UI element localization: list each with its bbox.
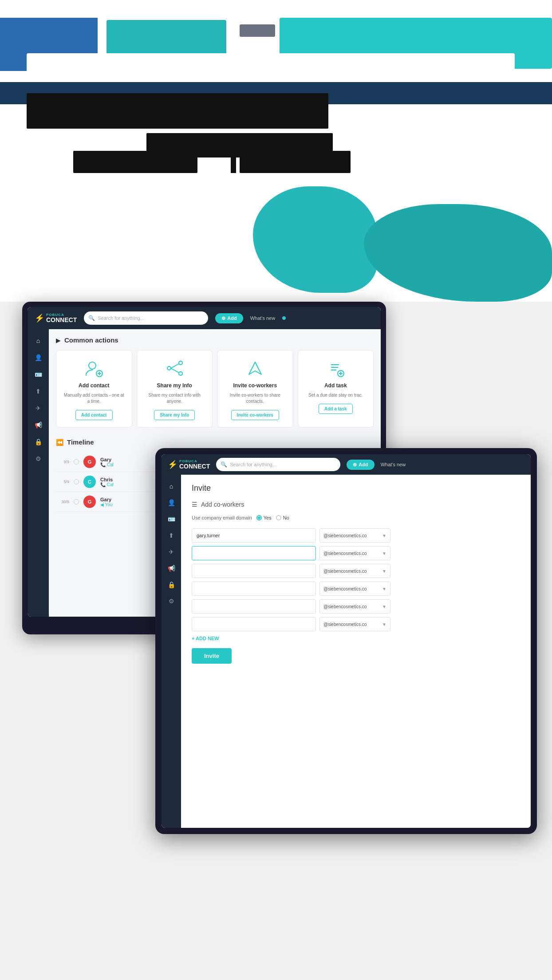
deco-black-bar2 (240, 151, 351, 173)
tablet-logo-connect: CONNECT (179, 463, 210, 469)
domain-value-4: @siebencosmetics.co (323, 586, 367, 591)
email-input-5[interactable] (192, 599, 316, 614)
sidebar-item-contacts[interactable]: 👤 (31, 350, 45, 365)
deco-black-bar1 (73, 151, 197, 173)
sidebar-item-upload[interactable]: ⬆ (31, 384, 45, 398)
device-section: ⚡ POBUCA CONNECT 🔍 Search for anything..… (0, 302, 552, 980)
svg-point-5 (179, 372, 182, 375)
domain-value-6: @siebencosmetics.co (323, 622, 367, 627)
search-bar[interactable]: 🔍 Search for anything... (84, 311, 208, 325)
add-contact-desc: Manually add contacts - one at a time. (63, 392, 126, 405)
tablet-sidebar-card[interactable]: 🪪 (164, 512, 178, 526)
rewind-icon: ⏪ (56, 439, 63, 446)
add-task-card: Add task Set a due date stay on trac. Ad… (298, 350, 374, 428)
chevron-down-icon-4: ▼ (382, 586, 386, 591)
tablet-sidebar-contacts[interactable]: 👤 (164, 496, 178, 510)
domain-value-3: @siebencosmetics.co (323, 569, 367, 574)
tablet-sidebar-upload[interactable]: ⬆ (164, 528, 178, 543)
svg-point-4 (179, 361, 182, 365)
email-row-6: @siebencosmetics.co ▼ (192, 617, 520, 631)
sidebar-item-settings[interactable]: ⚙ (31, 452, 45, 466)
timeline-checkbox-3[interactable] (74, 499, 79, 504)
timeline-checkbox-1[interactable] (74, 459, 79, 464)
add-task-icon (325, 358, 346, 379)
timeline-date-1: 9/9 (56, 460, 69, 464)
top-graphic (0, 0, 552, 302)
timeline-action-2: 📞 Cal (100, 482, 114, 487)
sidebar-item-card[interactable]: 🪪 (31, 367, 45, 382)
notification-dot (282, 316, 286, 320)
deco-cursor (231, 146, 236, 173)
chevron-down-icon-6: ▼ (382, 622, 386, 627)
logo-connect: CONNECT (46, 317, 77, 323)
svg-point-0 (89, 362, 96, 369)
timeline-name-1: Gary (100, 457, 114, 462)
domain-select-3[interactable]: @siebencosmetics.co ▼ (319, 564, 390, 578)
tablet-sidebar-send[interactable]: ✈ (164, 545, 178, 559)
sidebar-item-megaphone[interactable]: 📢 (31, 418, 45, 432)
share-info-title: Share my Info (157, 382, 192, 389)
add-new-label: + ADD NEW (192, 636, 219, 641)
tablet-sidebar-settings[interactable]: ⚙ (164, 594, 178, 608)
invite-coworkers-button[interactable]: Invite co-workers (231, 410, 279, 420)
add-contact-button[interactable]: Add contact (75, 410, 113, 420)
invite-coworkers-title: Invite co-workers (233, 382, 277, 389)
timeline-name-2: Chris (100, 477, 114, 482)
tablet-app-body: ⌂ 👤 🪪 ⬆ ✈ 📢 🔒 ⚙ Invite ☰ Add co-workers (162, 475, 531, 828)
add-contact-icon (83, 358, 105, 379)
tablet-search-bar[interactable]: 🔍 Search for anything... (216, 458, 340, 471)
radio-yes[interactable]: Yes (256, 515, 272, 520)
email-input-3[interactable] (192, 564, 316, 578)
timeline-content-1: Gary 📞 Cal (100, 457, 114, 467)
timeline-action-3: ◀ You (100, 502, 112, 507)
radio-inner-yes (258, 516, 260, 519)
hamburger-icon: ☰ (192, 501, 197, 508)
share-info-button[interactable]: Share my Info (154, 410, 195, 420)
invite-subtitle: ☰ Add co-workers (192, 501, 520, 508)
add-task-button[interactable]: Add a task (319, 404, 353, 414)
common-actions-header: ▶ Common actions (56, 336, 374, 344)
share-info-card: Share my Info Share my contact info with… (137, 350, 213, 428)
sidebar-item-lock[interactable]: 🔒 (31, 435, 45, 449)
deco-shape-3 (240, 24, 275, 37)
timeline-checkbox-2[interactable] (74, 479, 79, 484)
add-task-title: Add task (324, 382, 347, 389)
sidebar-item-send[interactable]: ✈ (31, 401, 45, 415)
share-info-desc: Share my contact info with anyone. (143, 392, 206, 405)
tablet-search-placeholder: Search for anything... (230, 462, 276, 467)
tablet-screen: ⚡ POBUCA CONNECT 🔍 Search for anything..… (162, 454, 531, 828)
email-input-2[interactable] (192, 546, 316, 560)
no-label: No (283, 515, 289, 520)
yes-label: Yes (264, 515, 272, 520)
timeline-action-1: 📞 Cal (100, 462, 114, 467)
email-input-4[interactable] (192, 582, 316, 596)
chevron-down-icon-1: ▼ (382, 533, 386, 538)
domain-select-6[interactable]: @siebencosmetics.co ▼ (319, 617, 390, 631)
domain-select-1[interactable]: @siebencosmetics.co ▼ (319, 528, 390, 543)
invite-submit-button[interactable]: Invite (192, 648, 232, 664)
add-button[interactable]: ⊕ Add (215, 313, 243, 323)
domain-value-5: @siebencosmetics.co (323, 604, 367, 609)
add-new-link[interactable]: + ADD NEW (192, 636, 520, 641)
sidebar-item-home[interactable]: ⌂ (31, 334, 45, 348)
timeline-date-3: 30/8 (56, 500, 69, 504)
tablet-app-header: ⚡ POBUCA CONNECT 🔍 Search for anything..… (162, 454, 531, 475)
domain-select-5[interactable]: @siebencosmetics.co ▼ (319, 599, 390, 614)
email-row-1: @siebencosmetics.co ▼ (192, 528, 520, 543)
tablet-sidebar-lock[interactable]: 🔒 (164, 578, 178, 592)
domain-select-2[interactable]: @siebencosmetics.co ▼ (319, 546, 390, 560)
radio-no[interactable]: No (276, 515, 289, 520)
actions-grid: Add contact Manually add contacts - one … (56, 350, 374, 428)
email-input-1[interactable] (192, 528, 316, 543)
invite-coworkers-desc: Invite co-workers to share contacts. (224, 392, 287, 405)
email-input-6[interactable] (192, 617, 316, 631)
tablet-add-button[interactable]: ⊕ Add (347, 460, 374, 470)
tablet-sidebar-megaphone[interactable]: 📢 (164, 561, 178, 575)
domain-select-4[interactable]: @siebencosmetics.co ▼ (319, 582, 390, 596)
tablet-sidebar-home[interactable]: ⌂ (164, 479, 178, 493)
tablet-sidebar: ⌂ 👤 🪪 ⬆ ✈ 📢 🔒 ⚙ (162, 475, 181, 828)
timeline-content-3: Gary ◀ You (100, 497, 112, 507)
email-domain-row: Use company email domain Yes No (192, 515, 520, 520)
search-icon: 🔍 (88, 315, 95, 321)
play-icon: ▶ (56, 337, 61, 344)
